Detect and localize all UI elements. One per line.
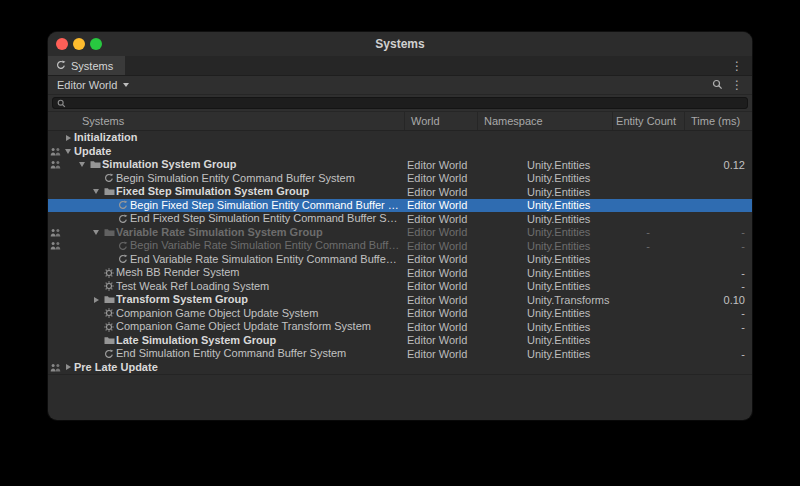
folder-icon xyxy=(102,187,116,196)
tree-row[interactable]: End Variable Rate Simulation Entity Comm… xyxy=(48,253,752,267)
cell-world: Editor World xyxy=(404,186,477,198)
cell-time-ms: - xyxy=(684,307,752,319)
cell-namespace: Unity.Entities xyxy=(477,240,612,252)
tree-row[interactable]: Update xyxy=(48,145,752,159)
row-label: Simulation System Group xyxy=(102,158,240,171)
tree-rows: InitializationUpdateSimulation System Gr… xyxy=(48,131,752,375)
row-label: End Fixed Step Simulation Entity Command… xyxy=(130,212,404,225)
cell-world: Editor World xyxy=(404,240,477,252)
tree-row[interactable]: Variable Rate Simulation System GroupEdi… xyxy=(48,226,752,240)
row-label: Late Simulation System Group xyxy=(116,334,280,347)
tree-row[interactable]: Initialization xyxy=(48,131,752,145)
row-label: Initialization xyxy=(74,131,142,144)
users-icon xyxy=(48,228,62,237)
search-input[interactable] xyxy=(52,97,748,109)
tab-label: Systems xyxy=(71,60,113,72)
tree-row[interactable]: Late Simulation System GroupEditor World… xyxy=(48,334,752,348)
column-header-world[interactable]: World xyxy=(404,112,477,130)
close-window-button[interactable] xyxy=(56,38,68,50)
expander-arrow[interactable] xyxy=(76,162,88,167)
row-label: Update xyxy=(74,145,115,158)
cell-namespace: Unity.Entities xyxy=(477,186,612,198)
cell-time-ms: - xyxy=(684,280,752,292)
tree-row[interactable]: Begin Fixed Step Simulation Entity Comma… xyxy=(48,199,752,213)
cell-world: Editor World xyxy=(404,280,477,292)
cell-namespace: Unity.Entities xyxy=(477,267,612,279)
row-label: Companion Game Object Update Transform S… xyxy=(116,320,375,333)
tree-row[interactable]: End Fixed Step Simulation Entity Command… xyxy=(48,212,752,226)
ecb-icon xyxy=(116,254,130,264)
tree-row[interactable]: Companion Game Object Update Transform S… xyxy=(48,320,752,334)
cell-time-ms: - xyxy=(684,321,752,333)
tree-cell: Begin Fixed Step Simulation Entity Comma… xyxy=(62,199,404,212)
window-titlebar[interactable]: Systems xyxy=(48,32,752,56)
cell-namespace: Unity.Entities xyxy=(477,159,612,171)
expander-arrow[interactable] xyxy=(62,135,74,141)
search-row xyxy=(48,95,752,112)
toolbar-menu-icon[interactable]: ⋮ xyxy=(731,79,743,91)
search-icon[interactable] xyxy=(712,79,723,92)
column-header-entity-count[interactable]: Entity Count xyxy=(612,112,684,130)
tree-cell: Begin Variable Rate Simulation Entity Co… xyxy=(62,239,404,252)
tree-row[interactable]: Begin Simulation Entity Command Buffer S… xyxy=(48,172,752,186)
minimize-window-button[interactable] xyxy=(73,38,85,50)
tree-cell: Test Weak Ref Loading System xyxy=(62,280,404,293)
tree-row[interactable]: Simulation System GroupEditor WorldUnity… xyxy=(48,158,752,172)
tree-row[interactable]: Fixed Step Simulation System GroupEditor… xyxy=(48,185,752,199)
cell-namespace: Unity.Entities xyxy=(477,253,612,265)
tab-menu-icon[interactable]: ⋮ xyxy=(731,60,743,72)
tree-cell: Companion Game Object Update Transform S… xyxy=(62,320,404,333)
tree-row[interactable]: Begin Variable Rate Simulation Entity Co… xyxy=(48,239,752,253)
tree-cell: End Variable Rate Simulation Entity Comm… xyxy=(62,253,404,266)
column-header-systems[interactable]: Systems xyxy=(48,112,404,130)
tree-row[interactable]: Transform System GroupEditor WorldUnity.… xyxy=(48,293,752,307)
tree-row[interactable]: Test Weak Ref Loading SystemEditor World… xyxy=(48,280,752,294)
zoom-window-button[interactable] xyxy=(90,38,102,50)
tree-cell: Variable Rate Simulation System Group xyxy=(62,226,404,239)
tree-cell: Simulation System Group xyxy=(62,158,404,171)
tree-cell: End Fixed Step Simulation Entity Command… xyxy=(62,212,404,225)
row-label: Test Weak Ref Loading System xyxy=(116,280,273,293)
expander-arrow[interactable] xyxy=(90,230,102,235)
tree-row[interactable]: End Simulation Entity Command Buffer Sys… xyxy=(48,347,752,361)
row-label: Begin Variable Rate Simulation Entity Co… xyxy=(130,239,404,252)
world-dropdown[interactable]: Editor World xyxy=(48,76,138,94)
ecb-icon xyxy=(116,241,130,251)
ecb-icon xyxy=(116,200,130,210)
cell-time-ms: - xyxy=(684,267,752,279)
tab-bar: Systems ⋮ xyxy=(48,56,752,76)
cell-namespace: Unity.Entities xyxy=(477,321,612,333)
ecb-icon xyxy=(102,349,116,359)
cell-namespace: Unity.Entities xyxy=(477,226,612,238)
expander-arrow[interactable] xyxy=(62,364,74,370)
cell-namespace: Unity.Entities xyxy=(477,280,612,292)
cell-time-ms: - xyxy=(684,240,752,252)
tree-cell: Initialization xyxy=(62,131,404,144)
cell-namespace: Unity.Entities xyxy=(477,172,612,184)
tree-cell: Fixed Step Simulation System Group xyxy=(62,185,404,198)
expander-arrow[interactable] xyxy=(62,149,74,154)
cell-time-ms: 0.10 xyxy=(684,294,752,306)
world-dropdown-label: Editor World xyxy=(57,79,117,91)
cell-world: Editor World xyxy=(404,226,477,238)
row-label: Begin Simulation Entity Command Buffer S… xyxy=(116,172,359,185)
tree-cell: Begin Simulation Entity Command Buffer S… xyxy=(62,172,404,185)
tree-row[interactable]: Mesh BB Render SystemEditor WorldUnity.E… xyxy=(48,266,752,280)
row-label: Fixed Step Simulation System Group xyxy=(116,185,313,198)
column-header-namespace[interactable]: Namespace xyxy=(477,112,612,130)
ecb-icon xyxy=(102,173,116,183)
table-header: Systems World Namespace Entity Count Tim… xyxy=(48,112,752,131)
row-label: Pre Late Update xyxy=(74,361,162,374)
tree-row[interactable]: Pre Late Update xyxy=(48,361,752,375)
cell-world: Editor World xyxy=(404,307,477,319)
expander-arrow[interactable] xyxy=(90,297,102,303)
tree-row[interactable]: Companion Game Object Update SystemEdito… xyxy=(48,307,752,321)
cell-world: Editor World xyxy=(404,159,477,171)
expander-arrow[interactable] xyxy=(90,189,102,194)
tree-cell: Update xyxy=(62,145,404,158)
tab-systems[interactable]: Systems xyxy=(48,56,125,75)
tree-cell: Mesh BB Render System xyxy=(62,266,404,279)
folder-icon xyxy=(102,228,116,237)
column-header-time-ms[interactable]: Time (ms) xyxy=(684,112,752,130)
cell-world: Editor World xyxy=(404,348,477,360)
